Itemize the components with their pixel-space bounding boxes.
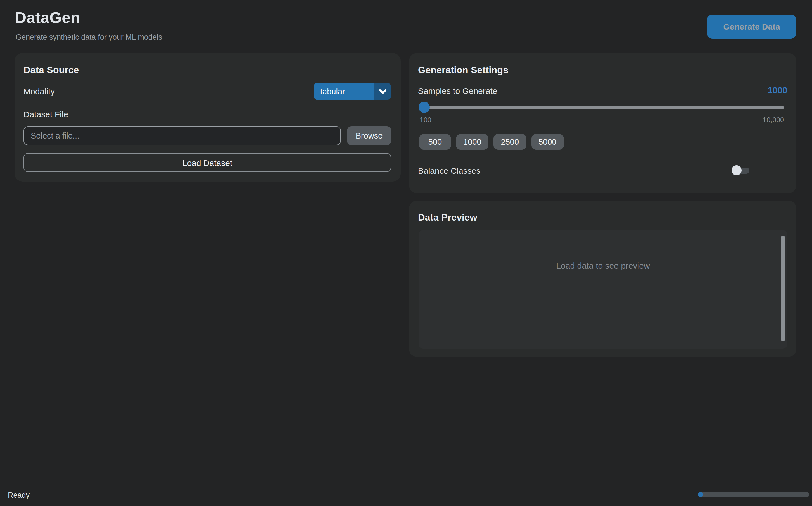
preset-row: 500 1000 2500 5000 bbox=[419, 134, 564, 150]
balance-classes-row: Balance Classes bbox=[418, 165, 749, 175]
samples-row: Samples to Generate 1000 bbox=[418, 85, 788, 95]
preset-button-1000[interactable]: 1000 bbox=[456, 134, 489, 150]
generate-data-button[interactable]: Generate Data bbox=[707, 14, 796, 38]
modality-label: Modality bbox=[23, 87, 55, 96]
preset-button-5000[interactable]: 5000 bbox=[531, 134, 564, 150]
slider-thumb[interactable] bbox=[419, 102, 430, 113]
app-window: DataGen Generate synthetic data for your… bbox=[0, 0, 812, 506]
slider-min-label: 100 bbox=[420, 116, 431, 124]
balance-classes-toggle[interactable] bbox=[732, 165, 749, 175]
samples-slider[interactable] bbox=[420, 102, 784, 113]
preset-button-2500[interactable]: 2500 bbox=[494, 134, 526, 150]
generation-settings-title: Generation Settings bbox=[418, 65, 508, 76]
preview-area: Load data to see preview bbox=[419, 230, 788, 348]
data-source-panel: Data Source Modality tabular Dataset Fil… bbox=[14, 53, 401, 181]
slider-range-labels: 100 10,000 bbox=[420, 116, 784, 124]
data-preview-title: Data Preview bbox=[418, 212, 477, 224]
progress-bar-fill bbox=[698, 492, 703, 497]
chevron-down-icon bbox=[374, 83, 391, 100]
balance-classes-label: Balance Classes bbox=[418, 166, 480, 175]
slider-max-label: 10,000 bbox=[763, 116, 784, 124]
data-source-title: Data Source bbox=[23, 65, 79, 76]
samples-value: 1000 bbox=[767, 85, 788, 95]
preview-scrollbar[interactable] bbox=[781, 236, 785, 341]
dataset-file-input[interactable] bbox=[23, 126, 341, 145]
progress-bar bbox=[698, 492, 809, 497]
data-preview-panel: Data Preview Load data to see preview bbox=[409, 200, 796, 357]
preset-button-500[interactable]: 500 bbox=[419, 134, 451, 150]
samples-label: Samples to Generate bbox=[418, 86, 497, 95]
modality-selected-value: tabular bbox=[313, 83, 374, 100]
browse-button[interactable]: Browse bbox=[347, 126, 391, 145]
app-title: DataGen bbox=[15, 9, 80, 27]
preview-placeholder-text: Load data to see preview bbox=[419, 261, 788, 270]
status-text: Ready bbox=[8, 491, 29, 499]
load-dataset-button[interactable]: Load Dataset bbox=[23, 153, 391, 172]
slider-track[interactable] bbox=[420, 105, 784, 109]
modality-dropdown[interactable]: tabular bbox=[313, 83, 391, 100]
modality-row: Modality tabular bbox=[23, 83, 391, 100]
app-subtitle: Generate synthetic data for your ML mode… bbox=[16, 33, 162, 41]
toggle-knob bbox=[732, 165, 742, 175]
file-row: Browse bbox=[23, 126, 391, 145]
dataset-file-label: Dataset File bbox=[23, 109, 68, 119]
generation-settings-panel: Generation Settings Samples to Generate … bbox=[409, 53, 796, 193]
